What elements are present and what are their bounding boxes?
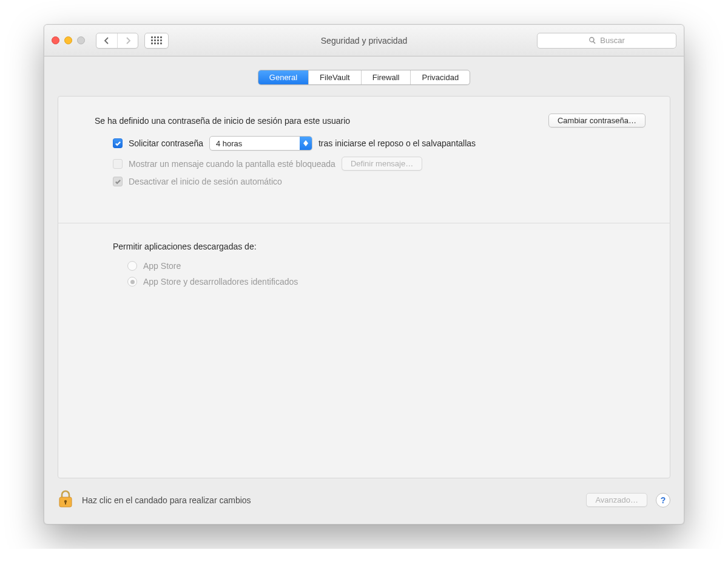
popup-stepper-icon [300, 137, 312, 150]
footer: Haz clic en el candado para realizar cam… [44, 478, 684, 524]
traffic-lights [52, 36, 85, 44]
allow-appstore-label: App Store [143, 261, 181, 271]
tab-privacy[interactable]: Privacidad [410, 70, 470, 84]
allow-appstore-radio [127, 261, 137, 271]
require-password-checkbox[interactable] [113, 138, 123, 148]
tab-general[interactable]: General [258, 70, 308, 84]
preferences-window: Seguridad y privacidad Buscar General Fi… [44, 24, 684, 525]
password-defined-label: Se ha definido una contraseña de inicio … [95, 116, 350, 126]
allow-identified-label: App Store y desarrolladores identificado… [143, 277, 298, 287]
titlebar: Seguridad y privacidad Buscar [44, 25, 684, 56]
section-divider [58, 223, 670, 223]
forward-button[interactable] [117, 33, 138, 48]
allow-identified-radio [127, 277, 137, 287]
body: General FileVault Firewall Privacidad Se… [44, 56, 684, 478]
set-lock-message-button: Definir mensaje… [342, 157, 422, 171]
general-panel: Se ha definido una contraseña de inicio … [58, 96, 670, 478]
tab-bar: General FileVault Firewall Privacidad [58, 70, 670, 85]
lock-icon[interactable] [58, 489, 73, 511]
advanced-button: Avanzado… [586, 493, 647, 507]
disable-autologin-checkbox [113, 177, 123, 186]
allow-apps-header: Permitir aplicaciones descargadas de: [83, 242, 645, 251]
close-window-button[interactable] [52, 36, 59, 44]
search-field[interactable]: Buscar [537, 33, 676, 49]
search-placeholder: Buscar [600, 36, 624, 45]
show-lock-message-checkbox [113, 159, 123, 169]
grid-icon [151, 36, 162, 44]
search-icon [588, 36, 596, 44]
show-lock-message-label: Mostrar un mensaje cuando la pantalla es… [129, 159, 335, 169]
require-password-after-label: tras iniciarse el reposo o el salvapanta… [318, 138, 476, 148]
show-all-button[interactable] [144, 33, 169, 49]
zoom-window-button [77, 36, 85, 44]
require-password-delay-popup[interactable]: 4 horas [209, 136, 312, 151]
change-password-button[interactable]: Cambiar contraseña… [548, 114, 645, 127]
disable-autologin-label: Desactivar el inicio de sesión automátic… [129, 177, 282, 186]
back-button[interactable] [96, 33, 117, 48]
svg-rect-3 [65, 501, 66, 504]
minimize-window-button[interactable] [64, 36, 72, 44]
help-button[interactable]: ? [656, 493, 670, 508]
require-password-delay-value: 4 horas [216, 139, 242, 148]
tab-filevault[interactable]: FileVault [308, 70, 361, 84]
tab-firewall[interactable]: Firewall [361, 70, 411, 84]
nav-back-forward [96, 33, 138, 49]
require-password-label: Solicitar contraseña [129, 138, 203, 148]
lock-hint: Haz clic en el candado para realizar cam… [82, 495, 251, 505]
